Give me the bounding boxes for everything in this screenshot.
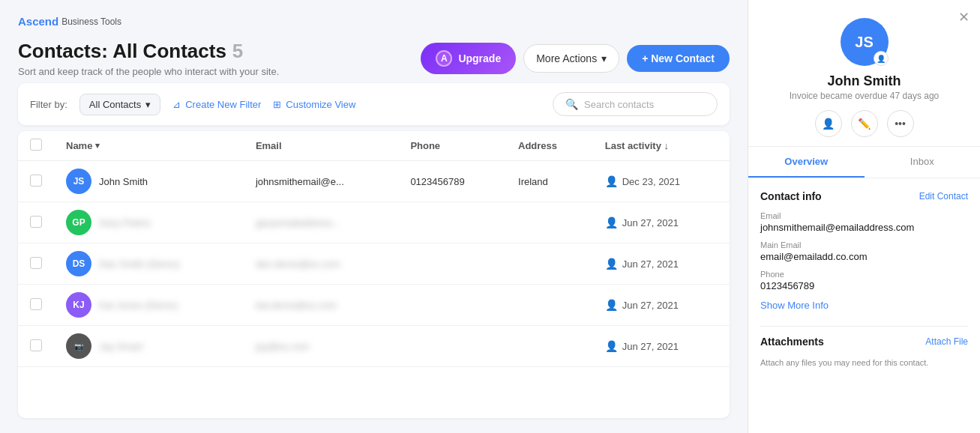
close-button[interactable]: ✕ [958, 9, 970, 25]
address-cell [506, 243, 593, 285]
row-checkbox[interactable] [30, 175, 42, 187]
search-icon: 🔍 [565, 98, 578, 110]
sort-down-icon: ↓ [664, 140, 669, 151]
person-icon: 👤 [605, 258, 618, 270]
avatar-badge: 👤 [874, 51, 889, 66]
attachments-title: Attachments [760, 336, 824, 348]
page-title: Contacts: All Contacts 5 [18, 40, 279, 63]
address-cell [506, 202, 593, 243]
attachments-section: Attachments Attach File Attach any files… [760, 336, 968, 369]
side-tabs: Overview Inbox [748, 147, 980, 178]
contact-info-title: Contact info [760, 190, 822, 202]
avatar: JS 👤 [841, 18, 889, 66]
contact-profile-button[interactable]: 👤 [815, 110, 842, 137]
last-activity-cell: 👤Jun 27, 2021 [593, 243, 730, 285]
upgrade-icon: A [436, 50, 452, 67]
phone-cell [398, 285, 506, 326]
contacts-table: Name ▾ Email Phone Address Last activity… [18, 131, 730, 418]
attachments-note: Attach any files you may need for this c… [760, 357, 968, 369]
attachments-header: Attachments Attach File [760, 336, 968, 348]
search-input[interactable] [584, 99, 704, 110]
name-cell: 📷 Jay Smart [66, 333, 232, 359]
search-box[interactable]: 🔍 [553, 92, 718, 116]
tab-inbox[interactable]: Inbox [865, 147, 981, 178]
row-checkbox[interactable] [30, 257, 42, 269]
select-all-checkbox[interactable] [30, 139, 42, 151]
email-cell: jay@ex.com [244, 326, 399, 367]
upgrade-button[interactable]: A Upgrade [421, 43, 516, 74]
attach-file-button[interactable]: Attach File [925, 336, 968, 347]
email-cell: kat.demo@ex.com [244, 285, 399, 326]
main-email-field: Main Email email@emailadd.co.com [760, 240, 968, 262]
row-checkbox[interactable] [30, 216, 42, 228]
table-row[interactable]: JS John Smith johnsmithemail@e...0123456… [18, 161, 730, 202]
tab-overview[interactable]: Overview [748, 147, 865, 178]
email-label: Email [760, 211, 968, 220]
filter-bar: Filter by: All Contacts ▾ ⊿ Create New F… [18, 83, 730, 125]
phone-cell [398, 243, 506, 285]
phone-cell [398, 202, 506, 243]
email-cell: dan.demo@ex.com [244, 243, 399, 285]
grid-icon: ⊞ [273, 99, 281, 110]
customize-view-button[interactable]: ⊞ Customize View [273, 99, 355, 110]
phone-value: 0123456789 [760, 280, 968, 291]
last-activity-cell: 👤Jun 27, 2021 [593, 326, 730, 367]
table-row[interactable]: 📷 Jay Smart jay@ex.com👤Jun 27, 2021 [18, 326, 730, 367]
last-activity-cell: 👤Jun 27, 2021 [593, 202, 730, 243]
row-checkbox[interactable] [30, 298, 42, 310]
email-column-header: Email [244, 131, 399, 161]
filter-select[interactable]: All Contacts ▾ [79, 94, 160, 115]
contact-name: John Smith [99, 176, 148, 187]
name-cell: DS Dan Smith (Demo) [66, 251, 232, 276]
name-column-header[interactable]: Name ▾ [54, 131, 244, 161]
new-contact-button[interactable]: + New Contact [627, 45, 730, 72]
row-checkbox[interactable] [30, 339, 42, 351]
side-panel-content: Contact info Edit Contact Email johnsmit… [748, 178, 980, 433]
page-header: Contacts: All Contacts 5 Sort and keep t… [18, 40, 730, 77]
main-email-label: Main Email [760, 240, 968, 249]
contact-info-section: Contact info Edit Contact Email johnsmit… [760, 190, 968, 311]
table-row[interactable]: DS Dan Smith (Demo) dan.demo@ex.com👤Jun … [18, 243, 730, 285]
avatar: DS [66, 251, 91, 276]
side-panel: ✕ JS 👤 John Smith Invoice became overdue… [748, 0, 980, 433]
more-actions-button[interactable]: More Actions ▾ [523, 44, 619, 73]
phone-field: Phone 0123456789 [760, 270, 968, 291]
header-actions: A Upgrade More Actions ▾ + New Contact [421, 43, 730, 74]
address-cell [506, 285, 593, 326]
page-subtitle: Sort and keep track of the people who in… [18, 66, 279, 77]
section-divider [760, 326, 968, 327]
more-options-button[interactable]: ••• [887, 110, 914, 137]
table-row[interactable]: GP Gary Peters garyemailaddress...👤Jun 2… [18, 202, 730, 243]
ellipsis-icon: ••• [895, 118, 906, 130]
edit-button[interactable]: ✏️ [851, 110, 878, 137]
chevron-down-icon: ▾ [601, 52, 607, 64]
show-more-button[interactable]: Show More Info [760, 300, 829, 311]
logo-subtitle: Business Tools [61, 16, 121, 27]
avatar: 📷 [66, 333, 91, 359]
person-icon: 👤 [605, 299, 618, 311]
name-cell: JS John Smith [66, 169, 232, 194]
contact-info-header: Contact info Edit Contact [760, 190, 968, 202]
person-icon: 👤 [605, 340, 618, 352]
email-cell: johnsmithemail@e... [244, 161, 399, 202]
edit-contact-link[interactable]: Edit Contact [919, 191, 968, 202]
sort-icon: ▾ [95, 141, 100, 151]
main-email-value: email@emailadd.co.com [760, 251, 968, 262]
phone-cell [398, 326, 506, 367]
contact-name: Dan Smith (Demo) [99, 258, 180, 270]
contact-name: Gary Peters [99, 217, 151, 228]
name-cell: KJ Kat Jones (Demo) [66, 292, 232, 318]
avatar: JS [66, 169, 91, 194]
create-filter-button[interactable]: ⊿ Create New Filter [172, 99, 261, 110]
logo-brand: Ascend [18, 15, 58, 28]
email-value: johnsmithemail@emailaddress.com [760, 222, 968, 233]
table-header-row: Name ▾ Email Phone Address Last activity… [18, 131, 730, 161]
pencil-icon: ✏️ [858, 118, 871, 130]
contact-count: 5 [232, 40, 243, 63]
table-row[interactable]: KJ Kat Jones (Demo) kat.demo@ex.com👤Jun … [18, 285, 730, 326]
person-icon: 👤 [822, 118, 835, 130]
filter-icon: ⊿ [172, 99, 181, 110]
last-activity-column-header[interactable]: Last activity ↓ [593, 131, 730, 161]
side-actions: 👤 ✏️ ••• [815, 110, 914, 137]
last-activity-cell: 👤Dec 23, 2021 [593, 161, 730, 202]
